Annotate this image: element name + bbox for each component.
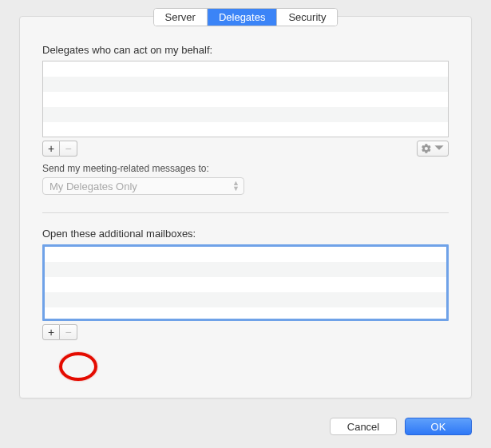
- delegates-gear-button[interactable]: [417, 141, 449, 157]
- send-messages-select[interactable]: My Delegates Only: [42, 177, 244, 195]
- add-delegate-button[interactable]: +: [42, 141, 60, 157]
- list-item: [43, 61, 448, 77]
- tab-security[interactable]: Security: [277, 9, 337, 26]
- list-item: [43, 122, 448, 137]
- select-stepper-icon: ▲▼: [232, 180, 240, 192]
- tab-delegates[interactable]: Delegates: [208, 9, 278, 26]
- delegates-plusminus: + −: [42, 141, 77, 157]
- send-messages-label: Send my meeting-related messages to:: [42, 163, 449, 174]
- delegates-listbox[interactable]: [42, 61, 449, 137]
- list-item: [43, 107, 448, 122]
- list-item: [43, 77, 448, 92]
- list-item: [45, 247, 446, 262]
- ok-button[interactable]: OK: [405, 418, 472, 435]
- chevron-down-icon: [434, 142, 445, 156]
- mailboxes-label: Open these additional mailboxes:: [42, 228, 449, 240]
- remove-delegate-button: −: [60, 141, 77, 157]
- section-divider: [42, 212, 449, 213]
- list-item: [45, 277, 446, 292]
- cancel-button[interactable]: Cancel: [330, 418, 397, 435]
- tab-server[interactable]: Server: [154, 9, 208, 26]
- mailboxes-listbox[interactable]: [42, 244, 449, 321]
- list-item: [45, 292, 446, 307]
- send-messages-value: My Delegates Only: [49, 180, 137, 192]
- preferences-panel: Server Delegates Security Delegates who …: [19, 16, 472, 398]
- tab-segmented-control: Server Delegates Security: [153, 8, 339, 26]
- delegates-label: Delegates who can act on my behalf:: [42, 44, 449, 56]
- mailboxes-plusminus: + −: [42, 324, 77, 340]
- add-mailbox-button[interactable]: +: [42, 324, 60, 340]
- gear-icon: [421, 143, 432, 154]
- list-item: [43, 92, 448, 107]
- list-item: [45, 262, 446, 277]
- list-item: [45, 307, 446, 323]
- remove-mailbox-button: −: [60, 324, 77, 340]
